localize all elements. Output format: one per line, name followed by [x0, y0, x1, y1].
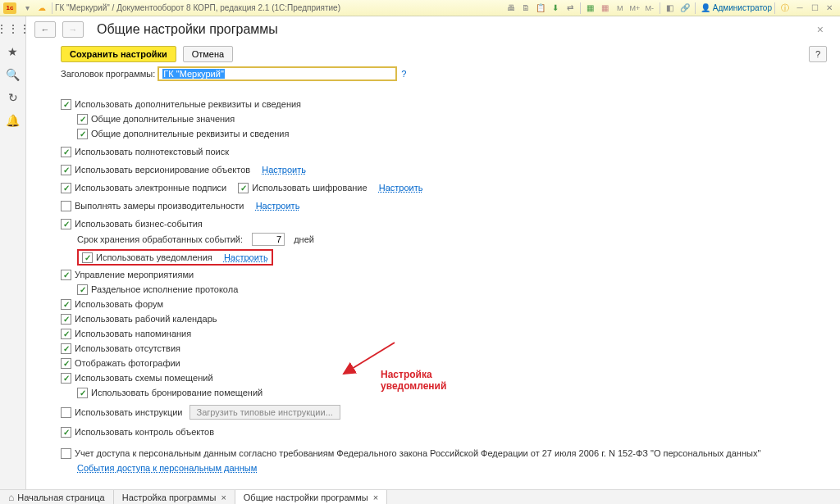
m-button[interactable]: M	[614, 2, 626, 14]
tab-label: Настройка программы	[122, 493, 217, 502]
nav-forward-button[interactable]: →	[62, 21, 84, 38]
use-additional-props-label: Использовать дополнительные реквизиты и …	[75, 99, 301, 109]
checkbox[interactable]	[61, 343, 71, 354]
use-fulltext-label: Использовать полнотекстовый поиск	[75, 147, 229, 157]
save-icon[interactable]: ⬇	[550, 2, 561, 14]
window-title: ГК "Меркурий" / Документооборот 8 КОРП, …	[55, 3, 340, 12]
retention-unit-label: дней	[294, 234, 314, 244]
close-form-icon[interactable]: ×	[817, 23, 824, 36]
calendar-icon[interactable]: ▦	[600, 2, 611, 14]
tab-general-settings[interactable]: Общие настройки программы×	[235, 490, 387, 504]
checkbox[interactable]	[61, 99, 71, 110]
personal-data-events-link[interactable]: События доступа к персональным данным	[77, 463, 257, 473]
checkbox[interactable]	[77, 388, 88, 398]
program-title-row: Заголовок программы: ГК "Меркурий" ?	[26, 66, 840, 85]
toolbar: Сохранить настройки Отмена ?	[26, 43, 840, 66]
tab-close-icon[interactable]: ×	[221, 493, 226, 502]
titlebar: 1c ▾ ☁ ГК "Меркурий" / Документооборот 8…	[0, 0, 840, 16]
tab-close-icon[interactable]: ×	[373, 493, 378, 502]
page-title: Общие настройки программы	[97, 22, 278, 37]
settings-list: Использовать дополнительные реквизиты и …	[26, 97, 840, 489]
use-biz-events-label: Использовать бизнес-события	[75, 219, 203, 229]
load-instructions-button[interactable]: Загрузить типовые инструкции...	[189, 405, 340, 420]
checkbox[interactable]	[61, 329, 71, 339]
checkbox[interactable]	[61, 270, 71, 280]
m-plus-button[interactable]: M+	[629, 2, 641, 14]
link-icon[interactable]: 🔗	[679, 2, 691, 14]
nav-back-button[interactable]: ←	[34, 21, 56, 38]
retention-input[interactable]	[252, 233, 285, 246]
checkbox[interactable]	[82, 252, 93, 263]
maximize-icon[interactable]: ☐	[809, 2, 820, 14]
use-esign-label: Использовать электронные подписи	[75, 183, 226, 193]
star-icon[interactable]: ★	[6, 44, 21, 59]
tab-home[interactable]: Начальная страница	[0, 490, 114, 504]
program-title-label: Заголовок программы:	[61, 69, 155, 79]
checkbox[interactable]	[61, 407, 71, 418]
cloud-icon[interactable]: ☁	[36, 2, 48, 14]
use-instructions-label: Использовать инструкции	[75, 407, 183, 417]
manage-events-label: Управление мероприятиями	[75, 270, 194, 279]
user-icon: 👤	[700, 2, 711, 14]
use-object-control-label: Использовать контроль объектов	[75, 427, 214, 437]
checkbox[interactable]	[61, 299, 71, 310]
help-button[interactable]: ?	[809, 46, 827, 62]
print-icon[interactable]: 🖶	[505, 2, 517, 14]
hint-icon[interactable]: ?	[401, 69, 406, 79]
use-encryption-label: Использовать шифрование	[252, 183, 367, 193]
checkbox[interactable]	[77, 114, 88, 125]
personal-data-law-label: Учет доступа к персональным данным согла…	[75, 448, 760, 458]
checkbox[interactable]	[238, 183, 249, 193]
user-label[interactable]: Администратор	[713, 3, 772, 12]
checkbox[interactable]	[61, 201, 71, 211]
checkbox[interactable]	[61, 219, 71, 229]
common-additional-props-label: Общие дополнительные реквизиты и сведени…	[91, 129, 289, 138]
use-work-calendar-label: Использовать рабочий календарь	[75, 314, 217, 324]
checkbox[interactable]	[61, 358, 71, 369]
checkbox[interactable]	[77, 284, 88, 295]
history-icon[interactable]: ↻	[6, 90, 21, 105]
m-minus-button[interactable]: M-	[644, 2, 655, 14]
checkbox[interactable]	[61, 314, 71, 325]
app-logo-icon: 1c	[3, 2, 16, 14]
info-icon[interactable]: ⓘ	[779, 2, 791, 14]
sidebar: ⋮⋮⋮ ★ 🔍 ↻ 🔔	[0, 16, 26, 489]
program-title-input[interactable]: ГК "Меркурий"	[158, 67, 396, 80]
cancel-button[interactable]: Отмена	[183, 46, 233, 62]
checkbox[interactable]	[61, 183, 71, 193]
window-list-icon[interactable]: ◧	[664, 2, 676, 14]
compare-icon[interactable]: ⇄	[564, 2, 576, 14]
checkbox[interactable]	[61, 448, 71, 459]
save-button[interactable]: Сохранить настройки	[61, 46, 176, 62]
checkbox[interactable]	[61, 427, 71, 438]
checkbox[interactable]	[61, 147, 71, 157]
use-forum-label: Использовать форум	[75, 299, 163, 309]
use-room-plans-label: Использовать схемы помещений	[75, 373, 213, 383]
encryption-configure-link[interactable]: Настроить	[379, 183, 423, 193]
dropdown-icon[interactable]: ▾	[21, 2, 33, 14]
notifications-configure-link[interactable]: Настроить	[224, 252, 268, 262]
perf-measure-label: Выполнять замеры производительности	[75, 201, 244, 211]
minimize-icon[interactable]: ─	[794, 2, 806, 14]
use-reminders-label: Использовать напоминания	[75, 329, 191, 338]
use-versioning-label: Использовать версионирование объектов	[75, 165, 250, 175]
apps-icon[interactable]: ⋮⋮⋮	[6, 21, 21, 36]
copy-icon[interactable]: 📋	[535, 2, 546, 14]
retention-label: Срок хранения обработанных событий:	[77, 234, 243, 244]
preview-icon[interactable]: 🗎	[520, 2, 532, 14]
content-area: ← → Общие настройки программы × Сохранит…	[26, 16, 840, 489]
versioning-configure-link[interactable]: Настроить	[262, 165, 306, 175]
perf-configure-link[interactable]: Настроить	[256, 201, 300, 211]
tab-settings[interactable]: Настройка программы×	[114, 490, 235, 504]
use-absence-label: Использовать отсутствия	[75, 343, 180, 353]
checkbox[interactable]	[61, 373, 71, 384]
use-room-booking-label: Использовать бронирование помещений	[91, 388, 262, 397]
checkbox[interactable]	[77, 129, 88, 139]
checkbox[interactable]	[61, 165, 71, 175]
bottom-tabs: Начальная страница Настройка программы× …	[0, 489, 840, 504]
tab-label: Общие настройки программы	[244, 493, 368, 502]
calc-icon[interactable]: ▦	[585, 2, 596, 14]
search-icon[interactable]: 🔍	[6, 67, 21, 82]
bell-icon[interactable]: 🔔	[6, 113, 21, 128]
close-window-icon[interactable]: ✕	[824, 2, 835, 14]
